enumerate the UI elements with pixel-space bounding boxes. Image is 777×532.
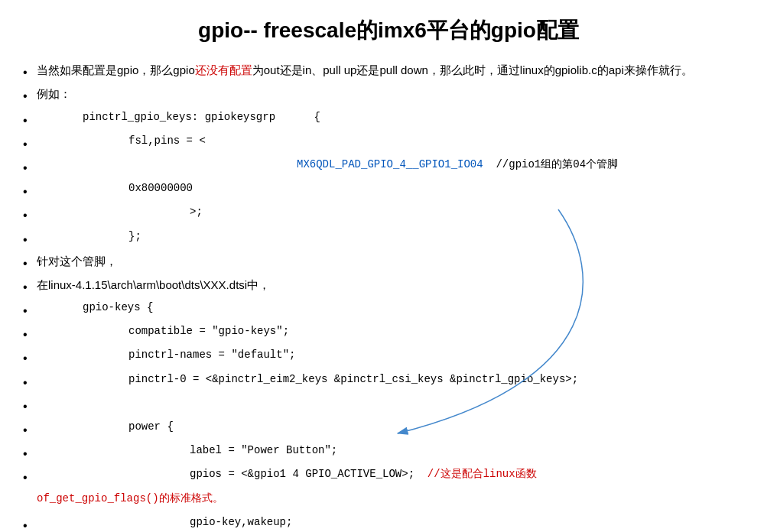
code-pinctrl-0: pinctrl-0 = <&pinctrl_eim2_keys &pinctrl…	[128, 371, 754, 388]
gpio-comment: //gpio1组的第04个管脚	[496, 158, 618, 170]
code-compatible: compatible = "gpio-keys";	[128, 323, 754, 339]
list-item: • power {	[23, 418, 754, 440]
bullet-dot: •	[23, 205, 37, 225]
code-gpios: gpios = <&gpio1 4 GPIO_ACTIVE_LOW>; //这是…	[190, 466, 754, 482]
list-item: • 在linux-4.1.15\arch\arm\boot\dts\XXX.dt…	[23, 275, 754, 297]
bullet-dot: •	[23, 372, 37, 393]
bullet-dot: •	[23, 229, 37, 250]
code-line-1: pinctrl_gpio_keys: gpiokeysgrp {	[83, 109, 754, 125]
bullet-dot	[23, 491, 37, 512]
bullet-dot: •	[23, 181, 37, 202]
bullet-text-3: 针对这个管脚，	[37, 251, 754, 271]
page-container: gpio-- freescale的imx6平台的gpio配置 • 当然如果配置是…	[0, 0, 777, 532]
list-item: • pinctrl_gpio_keys: gpiokeysgrp {	[23, 109, 754, 131]
list-item: • fsl,pins = <	[23, 132, 754, 154]
code-label: label = "Power Button";	[190, 442, 754, 459]
bullet-dot: •	[23, 396, 37, 417]
bullet-text-2: 例如：	[37, 84, 754, 104]
code-line-5: >;	[190, 203, 754, 220]
bullet-dot: •	[23, 253, 37, 274]
bullet-dot: •	[23, 62, 37, 83]
list-item: • compatible = "gpio-keys";	[23, 323, 754, 345]
bullet-empty-1	[37, 394, 754, 414]
page-title: gpio-- freescale的imx6平台的gpio配置	[23, 15, 754, 45]
list-item: • gpio-keys {	[23, 299, 754, 321]
list-item: • MX6QDL_PAD_GPIO_4__GPIO1_IO04 //gpio1组…	[23, 156, 754, 178]
code-gpio-key-wakeup: gpio-key,wakeup;	[190, 514, 754, 530]
bullet-dot: •	[23, 277, 37, 297]
bullet-dot: •	[23, 157, 37, 178]
list-item: • pinctrl-0 = <&pinctrl_eim2_keys &pinct…	[23, 371, 754, 393]
list-item: • 当然如果配置是gpio，那么gpio还没有配置为out还是in、pull u…	[23, 60, 754, 83]
bullet-dot: •	[23, 300, 37, 321]
bullet-text-1: 当然如果配置是gpio，那么gpio还没有配置为out还是in、pull up还…	[37, 60, 754, 80]
gpios-comment: //这是配合linux函数	[428, 468, 537, 480]
bullet-dot: •	[23, 443, 37, 464]
red-function-text: of_get_gpio_flags()的标准格式。	[37, 492, 223, 504]
list-item: • gpio-key,wakeup;	[23, 514, 754, 532]
bullet-dot: •	[23, 515, 37, 532]
bullet-dot: •	[23, 110, 37, 131]
list-item: • pinctrl-names = "default";	[23, 346, 754, 368]
bullet-dot: •	[23, 86, 37, 106]
code-line-4: 0x80000000	[128, 180, 754, 196]
list-item: • };	[23, 228, 754, 250]
content-area: • 当然如果配置是gpio，那么gpio还没有配置为out还是in、pull u…	[23, 60, 754, 532]
bullet-dot: •	[23, 467, 37, 488]
code-power: power {	[128, 418, 754, 435]
code-gpio-keys: gpio-keys {	[83, 299, 754, 316]
list-item: • >;	[23, 203, 754, 225]
bullet-dot: •	[23, 324, 37, 345]
bullet-list: • 当然如果配置是gpio，那么gpio还没有配置为out还是in、pull u…	[23, 60, 754, 532]
bullet-dot: •	[23, 134, 37, 154]
list-item: • 针对这个管脚，	[23, 251, 754, 274]
list-item: •	[23, 394, 754, 417]
list-item: • gpios = <&gpio1 4 GPIO_ACTIVE_LOW>; //…	[23, 466, 754, 488]
list-item: • 例如：	[23, 84, 754, 106]
bullet-text-4: 在linux-4.1.15\arch\arm\boot\dts\XXX.dtsi…	[37, 275, 754, 295]
code-line-2: fsl,pins = <	[128, 132, 754, 149]
list-item: of_get_gpio_flags()的标准格式。	[23, 490, 754, 512]
bullet-dot: •	[23, 420, 37, 440]
gpio-pad-text: MX6QDL_PAD_GPIO_4__GPIO1_IO04	[297, 158, 483, 170]
list-item: • label = "Power Button";	[23, 442, 754, 464]
code-line-6: };	[128, 228, 754, 245]
bullet-dot: •	[23, 348, 37, 368]
code-pinctrl-names: pinctrl-names = "default";	[128, 346, 754, 363]
red-text-1: 还没有配置	[195, 63, 252, 76]
code-line-3: MX6QDL_PAD_GPIO_4__GPIO1_IO04 //gpio1组的第…	[37, 156, 754, 173]
code-red-cont: of_get_gpio_flags()的标准格式。	[37, 490, 754, 507]
list-item: • 0x80000000	[23, 180, 754, 202]
